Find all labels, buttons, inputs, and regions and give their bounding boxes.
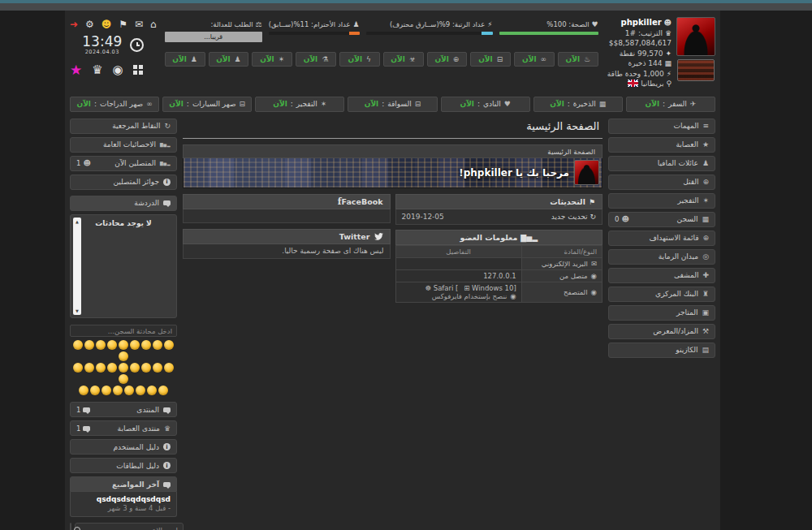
chat-input[interactable]	[70, 325, 177, 337]
sidebar-item-shooting-range[interactable]: ◎ميدان الرماية	[608, 249, 715, 265]
favorites-star-icon[interactable]: ★	[70, 62, 82, 78]
nav-now: الآن	[76, 100, 90, 108]
browser-label: المتصفح	[564, 288, 588, 296]
refresh-icon: ↻	[590, 213, 596, 221]
player-search-input[interactable]	[75, 523, 184, 530]
gear-icon[interactable]: ⚙	[85, 19, 94, 30]
sidebar-item-central-bank[interactable]: ♜البنك المركزي	[608, 287, 715, 302]
sidebar-item-hospital[interactable]: ✚المشفى	[608, 268, 715, 283]
smiley-emoji-icon[interactable]	[90, 386, 100, 395]
smiley-emoji-icon[interactable]	[164, 340, 174, 350]
sidebar-item-online-rewards[interactable]: iجوائز المتصلين	[70, 175, 177, 190]
sidebar-item-kill[interactable]: ⊕القتل	[608, 175, 715, 190]
nav-club[interactable]: ♥النادي : الآن	[441, 97, 530, 112]
smiley-emoji-icon[interactable]	[136, 386, 145, 395]
smiley-emoji-icon[interactable]	[164, 363, 174, 373]
smiley-emoji-icon[interactable]	[130, 340, 140, 350]
world-icon[interactable]: ◉	[113, 62, 123, 77]
logout-icon[interactable]: ➜	[70, 19, 78, 30]
nav-travel[interactable]: ✈السفر : الآن	[626, 97, 715, 112]
smiley-emoji-icon[interactable]	[130, 363, 140, 373]
smiley-emoji-icon[interactable]	[124, 386, 134, 395]
nav-driving[interactable]: ⊟السواقة : الآن	[348, 97, 437, 112]
sidebar-item-tasks[interactable]: ≡المهمات	[608, 118, 715, 134]
quick-armor2-button[interactable]: ♟الآن	[165, 52, 205, 67]
sidebar-item-forum[interactable]: المنتدى1	[70, 402, 177, 417]
sidebar-item-shops[interactable]: ▣المتاجر	[608, 305, 715, 321]
scroll-down-icon[interactable]: ▼	[76, 308, 79, 313]
facebook-header[interactable]: fFaceBook	[183, 194, 391, 209]
sidebar-item-gang-forum[interactable]: ♛منتدى العصابة1	[70, 420, 177, 436]
quick-poison-button[interactable]: ☣الآن	[383, 52, 424, 67]
quick-car-button[interactable]: ⊟الآن	[470, 52, 511, 67]
sidebar-item-online-now[interactable]: ▂▅▇المتصلين الآن☻1	[70, 156, 177, 171]
smiley-emoji-icon[interactable]	[141, 363, 151, 373]
smiley-emoji-icon[interactable]	[79, 386, 89, 395]
quick-bike-button[interactable]: ∞الآن	[514, 52, 555, 67]
smiley-emoji-icon[interactable]	[84, 363, 94, 373]
smiley-emoji-icon[interactable]	[113, 386, 123, 395]
sidebar-item-reference-points[interactable]: ↻النقاط المرجعية	[70, 118, 177, 134]
trophy-rankings-icon[interactable]: ♛	[92, 62, 102, 77]
smiley-emoji-icon[interactable]	[153, 363, 162, 373]
twitter-header[interactable]: Twitter	[183, 229, 391, 244]
quick-crosshair-button[interactable]: ⊕الآن	[427, 52, 468, 67]
smiley-emoji-icon[interactable]	[141, 340, 151, 350]
quick-lab-button[interactable]: ⚗الآن	[296, 52, 336, 67]
heart-icon: ♥	[592, 20, 598, 28]
topic-link[interactable]: qsdqsdsqdqsdqsd	[76, 495, 171, 503]
sidebar-item-user-guide[interactable]: iدليل المستخدم	[70, 439, 177, 455]
smiley-emoji-icon[interactable]	[102, 386, 111, 395]
sidebar-item-mafia-families[interactable]: ♟عائلات المافيا	[608, 156, 715, 171]
sidebar-item-auction[interactable]: ⚒المزاد/المعرض	[608, 324, 715, 339]
sidebar-item-general-stats[interactable]: ▂▅▇الاحصائيات العامة	[70, 137, 177, 153]
quick-escape-button[interactable]: ϟالآن	[339, 52, 380, 67]
search-button[interactable]	[70, 523, 71, 530]
quick-actions-row: ♨الآن ∞الآن ⊟الآن ⊕الآن ☣الآن ϟالآن ⚗الآ…	[165, 52, 598, 67]
sidebar-item-target-list[interactable]: ⊕قائمة الاستهداف	[608, 231, 715, 246]
smiley-emoji-icon[interactable]	[96, 340, 106, 350]
smiley-emoji-icon[interactable]	[84, 340, 94, 350]
smiley-emoji-icon[interactable]	[107, 363, 117, 373]
sidebar-item-bombing[interactable]: ✶التفجير	[608, 193, 715, 209]
smiley-emoji-icon[interactable]	[147, 386, 157, 395]
smiley-emoji-icon[interactable]	[119, 351, 128, 361]
mail-icon[interactable]: ✉	[135, 19, 143, 30]
smiley-emoji-icon[interactable]	[158, 386, 168, 395]
sidebar-item-cards-guide[interactable]: iدليل البطاقات	[70, 458, 177, 473]
quick-now-label: الآن	[172, 55, 186, 63]
smiley-emoji-icon[interactable]	[153, 340, 162, 350]
home-icon[interactable]: ⌂	[150, 19, 157, 30]
user-name-row[interactable]: ☻phpkiller	[607, 18, 672, 28]
nav-bombing[interactable]: ✶التفجير : الآن	[255, 97, 344, 112]
smiley-emoji-icon[interactable]	[119, 363, 128, 373]
sidebar-item-gang[interactable]: ★العصابة	[608, 137, 715, 153]
nav-label: الذخيرة	[573, 100, 596, 108]
sidebar-item-casino[interactable]: ▤الكازينو	[608, 343, 715, 358]
nav-car-smelting[interactable]: ⊟صهر السيارات : الآن	[162, 97, 252, 112]
smiley-emoji-icon[interactable]	[119, 340, 128, 350]
chat-scrollbar[interactable]: ▲▼	[73, 218, 81, 315]
nav-now: الآن	[646, 100, 659, 108]
megaphone-icon[interactable]: ⚑	[119, 19, 127, 30]
smiley-emoji-icon[interactable]	[73, 363, 83, 373]
apps-grid-icon[interactable]	[133, 65, 144, 75]
scroll-up-icon[interactable]: ▲	[76, 219, 79, 224]
sidebar-item-prison[interactable]: ▦السجن☻0	[608, 212, 715, 227]
search-icon	[74, 527, 80, 530]
smiley-emoji-icon[interactable]	[119, 374, 128, 384]
theater-masks-icon[interactable]: ☻	[102, 19, 112, 30]
smiley-emoji-icon[interactable]	[73, 340, 83, 350]
smiley-emoji-icon[interactable]	[96, 363, 106, 373]
nav-label: التفجير	[296, 100, 317, 108]
nav-ammo[interactable]: ▦الذخيرة : الآن	[533, 97, 623, 112]
emoji-row	[70, 363, 177, 386]
quick-arson-button[interactable]: ♨الآن	[558, 52, 598, 67]
nav-bike-smelting[interactable]: ∞صهر الدراجات : الآن	[70, 97, 159, 112]
smiley-emoji-icon[interactable]	[107, 340, 117, 350]
runner-icon: ϟ	[366, 55, 371, 63]
quick-armor-button[interactable]: ♟الآن	[209, 52, 249, 67]
update-row[interactable]: ↻ تحديث جديد 2019-12-05	[396, 209, 603, 224]
car-icon: ⊟	[240, 100, 246, 108]
quick-bomb-button[interactable]: ✶الآن	[252, 52, 292, 67]
